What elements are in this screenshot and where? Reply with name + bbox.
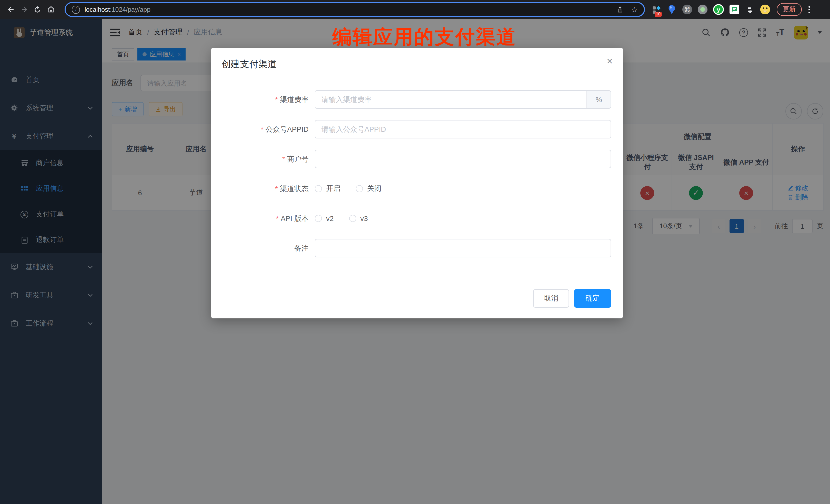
- browser-forward-button[interactable]: [18, 3, 31, 16]
- confirm-button[interactable]: 确定: [574, 289, 611, 308]
- dialog-footer: 取消 确定: [533, 289, 611, 308]
- extension-tabs-icon[interactable]: 10: [651, 5, 661, 14]
- field-channel-rate: *渠道费率 %: [216, 90, 611, 109]
- browser-update-button[interactable]: 更新: [777, 3, 802, 16]
- required-mark: *: [261, 125, 263, 133]
- percent-append: %: [587, 90, 611, 109]
- extension-command-icon[interactable]: ⌘: [682, 5, 692, 14]
- required-mark: *: [275, 185, 278, 193]
- url-path: :1024/pay/app: [110, 6, 151, 13]
- bookmark-star-icon[interactable]: ☆: [631, 5, 638, 14]
- field-appid: *公众号APPID: [216, 120, 611, 138]
- url-host: localhost: [85, 6, 110, 13]
- required-mark: *: [275, 95, 278, 103]
- radio-icon: [315, 215, 322, 222]
- required-mark: *: [276, 214, 279, 222]
- browser-menu-icon[interactable]: [806, 4, 812, 15]
- radio-icon: [349, 215, 356, 222]
- extension-green-dot-icon[interactable]: [698, 5, 707, 14]
- radio-icon: [315, 185, 322, 192]
- extension-y-icon[interactable]: y: [713, 4, 724, 15]
- remark-input[interactable]: [315, 239, 611, 257]
- extensions-puzzle-icon[interactable]: [745, 5, 755, 14]
- status-on-radio[interactable]: 开启: [315, 184, 341, 193]
- radio-icon: [356, 185, 363, 192]
- extension-balloon-icon[interactable]: [667, 5, 677, 14]
- screen: i localhost :1024/pay/app ☆ 10 ⌘ y: [0, 0, 830, 504]
- address-bar[interactable]: i localhost :1024/pay/app ☆: [65, 2, 645, 17]
- channel-rate-input[interactable]: [315, 90, 587, 109]
- dialog-close-icon[interactable]: ×: [607, 56, 613, 66]
- extension-emoji-icon[interactable]: [760, 5, 770, 14]
- browser-chrome: i localhost :1024/pay/app ☆ 10 ⌘ y: [0, 0, 830, 19]
- api-v2-radio[interactable]: v2: [315, 214, 334, 222]
- dialog-body: *渠道费率 % *公众号APPID *商户号: [211, 74, 623, 257]
- required-mark: *: [282, 155, 285, 163]
- cancel-button[interactable]: 取消: [533, 289, 569, 308]
- dialog-title: 创建支付渠道: [221, 59, 277, 69]
- field-remark: 备注: [216, 239, 611, 257]
- field-merchant-id: *商户号: [216, 150, 611, 168]
- site-info-icon[interactable]: i: [72, 5, 80, 13]
- browser-reload-button[interactable]: [31, 3, 44, 16]
- extension-badge: 10: [655, 12, 662, 17]
- create-channel-dialog: 创建支付渠道 × *渠道费率 % *公众号APPID: [211, 48, 623, 318]
- annotation-text: 编辑应用的支付渠道: [332, 24, 517, 50]
- share-icon[interactable]: [616, 6, 624, 13]
- dialog-header: 创建支付渠道: [211, 48, 623, 74]
- api-v3-radio[interactable]: v3: [349, 214, 368, 222]
- status-off-radio[interactable]: 关闭: [356, 184, 381, 193]
- field-channel-status: *渠道状态 开启 关闭: [216, 180, 611, 198]
- extension-chat-icon[interactable]: [730, 5, 739, 14]
- merchant-id-input[interactable]: [315, 150, 611, 168]
- extensions-area: 10 ⌘ y: [651, 4, 770, 15]
- browser-home-button[interactable]: [44, 3, 57, 16]
- browser-back-button[interactable]: [4, 3, 18, 16]
- appid-input[interactable]: [315, 120, 611, 138]
- field-api-version: *API 版本 v2 v3: [216, 209, 611, 228]
